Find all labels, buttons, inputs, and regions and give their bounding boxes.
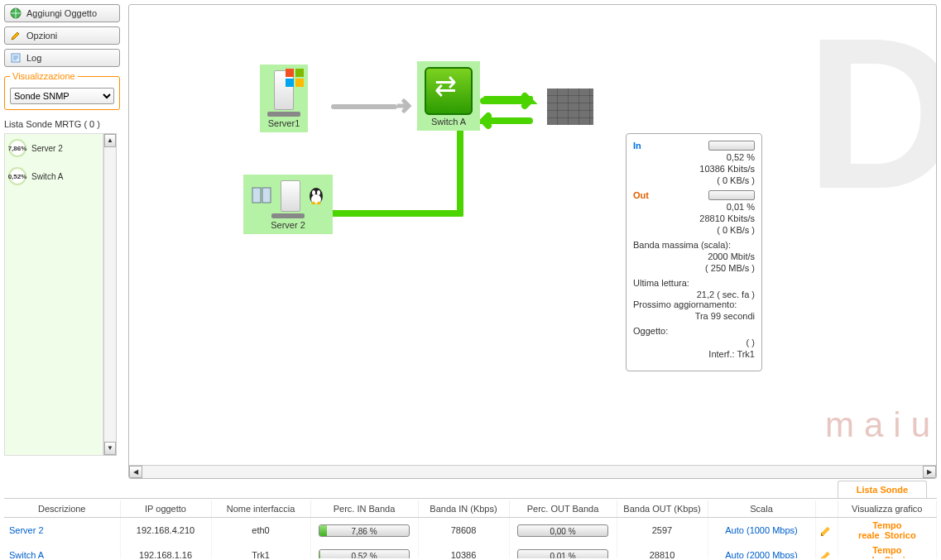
interface-tooltip: In 0,52 % 10386 Kbits/s ( 0 KB/s ) Out 0… — [626, 133, 762, 371]
th-perc-in[interactable]: Perc. IN Banda — [310, 500, 418, 518]
svg-point-10 — [312, 190, 315, 195]
svg-rect-4 — [286, 79, 294, 87]
link-storico[interactable]: Storico — [885, 555, 916, 558]
tooltip-value: Interf.: Trk1 — [708, 349, 755, 359]
switch-icon — [425, 67, 473, 115]
server-foot-icon — [271, 213, 305, 218]
tooltip-value: 21,2 ( sec. fa ) — [697, 290, 755, 299]
node-label: Server 2 — [251, 220, 325, 230]
cell-perc-in: 7,86 % — [310, 518, 418, 543]
connector — [331, 104, 397, 109]
th-perc-out[interactable]: Perc. OUT Banda — [509, 500, 617, 518]
cell-banda-out: 2597 — [617, 518, 708, 543]
log-button[interactable]: Log — [4, 49, 120, 67]
tooltip-banda-label: Banda massima (scala): — [633, 240, 755, 250]
node-server2[interactable]: Server 2 — [243, 175, 333, 234]
topology-canvas[interactable]: D maiu Server1 S — [128, 4, 937, 479]
pencil-icon — [821, 549, 833, 558]
probe-list: 7,86% Server 2 0,52% Switch A — [4, 133, 103, 456]
th-descrizione[interactable]: Descrizione — [4, 500, 120, 518]
tooltip-out-bar — [708, 190, 755, 200]
cell-perc-out: 0,01 % — [509, 543, 617, 558]
probe-name: Switch A — [31, 172, 63, 181]
server-foot-icon — [267, 112, 300, 117]
tab-lista-sonde[interactable]: Lista Sonde — [838, 481, 927, 498]
cell-iface: eth0 — [211, 518, 310, 543]
cell-desc[interactable]: Switch A — [4, 543, 120, 558]
tooltip-value: ( ) — [747, 337, 755, 347]
probe-scrollbar[interactable]: ▲ ▼ — [103, 133, 117, 456]
th-grafico[interactable]: Visualizza grafico — [838, 500, 937, 518]
visualization-select[interactable]: Sonde SNMP — [10, 88, 114, 104]
log-label: Log — [26, 53, 41, 63]
cell-banda-out: 28810 — [617, 543, 708, 558]
arrow-icon — [397, 98, 414, 116]
linux-icon — [307, 184, 325, 208]
tooltip-value: ( 0 KB/s ) — [717, 175, 755, 185]
tooltip-value: 0,01 % — [727, 202, 755, 212]
svg-point-11 — [317, 190, 320, 195]
cell-scala[interactable]: Auto (2000 Mbps) — [708, 543, 815, 558]
watermark-text: maiu — [825, 405, 937, 445]
th-banda-out[interactable]: Banda OUT (Kbps) — [617, 500, 708, 518]
pencil-icon — [10, 30, 22, 41]
cell-ip: 192.168.4.210 — [120, 518, 211, 543]
watermark-icon: D — [805, 38, 937, 189]
tooltip-in-bar — [708, 141, 755, 151]
th-scala[interactable]: Scala — [708, 500, 815, 518]
tooltip-in-label: In — [633, 141, 641, 151]
tooltip-value: ( 0 KB/s ) — [717, 225, 755, 235]
cell-grafico: Tempo reale Storico — [838, 543, 937, 558]
scroll-right-icon[interactable]: ▶ — [923, 466, 936, 478]
cell-scala[interactable]: Auto (1000 Mbps) — [708, 518, 815, 543]
table-row[interactable]: Server 2192.168.4.210eth07,86 %786080,00… — [4, 518, 937, 543]
th-banda-in[interactable]: Banda IN (Kbps) — [418, 500, 509, 518]
cell-banda-in: 10386 — [418, 543, 509, 558]
table-header-row: Descrizione IP oggetto Nome interfaccia … — [4, 500, 937, 518]
canvas-hscrollbar[interactable]: ◀ ▶ — [129, 465, 936, 478]
scroll-up-icon[interactable]: ▲ — [104, 134, 116, 147]
node-firewall[interactable] — [540, 83, 601, 129]
connector — [457, 119, 463, 217]
svg-rect-3 — [295, 69, 304, 77]
visualization-fieldset: Visualizzazione Sonde SNMP — [4, 71, 120, 110]
probe-table: Descrizione IP oggetto Nome interfaccia … — [4, 500, 937, 558]
node-label: Server1 — [267, 118, 300, 128]
cell-edit[interactable] — [815, 518, 838, 543]
log-icon — [10, 52, 22, 64]
cell-ip: 192.168.1.16 — [120, 543, 211, 558]
probe-list-title: Lista Sonde MRTG ( 0 ) — [4, 117, 120, 133]
svg-rect-7 — [262, 188, 271, 203]
cell-perc-in: 0,52 % — [310, 543, 418, 558]
node-switch-a[interactable]: Switch A — [417, 61, 480, 131]
tab-label: Lista Sonde — [857, 485, 908, 495]
cell-banda-in: 78608 — [418, 518, 509, 543]
link-storico[interactable]: Storico — [885, 530, 916, 540]
cell-edit[interactable] — [815, 543, 838, 558]
add-object-label: Aggiungi Oggetto — [26, 8, 97, 18]
svg-rect-5 — [295, 79, 304, 87]
arrow-icon — [478, 111, 545, 146]
svg-rect-2 — [286, 69, 294, 77]
scroll-down-icon[interactable]: ▼ — [104, 442, 116, 455]
tooltip-value: 10386 Kbits/s — [699, 164, 755, 174]
svg-rect-6 — [252, 188, 261, 203]
cell-desc[interactable]: Server 2 — [4, 518, 120, 543]
options-label: Opzioni — [26, 31, 57, 41]
list-item[interactable]: 7,86% Server 2 — [5, 134, 103, 162]
th-interfaccia[interactable]: Nome interfaccia — [211, 500, 310, 518]
tooltip-value: 0,52 % — [727, 152, 755, 162]
table-row[interactable]: Switch A192.168.1.16Trk10,52 %103860,01 … — [4, 543, 937, 558]
visualization-legend: Visualizzazione — [10, 71, 78, 81]
scroll-left-icon[interactable]: ◀ — [129, 466, 142, 478]
th-ip[interactable]: IP oggetto — [120, 500, 211, 518]
tooltip-value: 2000 Mbit/s — [708, 251, 755, 261]
options-button[interactable]: Opzioni — [4, 26, 120, 45]
tooltip-oggetto-label: Oggetto: — [633, 326, 755, 336]
list-item[interactable]: 0,52% Switch A — [5, 162, 103, 190]
add-object-button[interactable]: Aggiungi Oggetto — [4, 4, 120, 22]
node-server1[interactable]: Server1 — [260, 65, 308, 132]
probe-pct-badge: 0,52% — [8, 167, 26, 185]
probe-pct-badge: 7,86% — [8, 139, 26, 157]
pencil-icon — [821, 524, 833, 536]
